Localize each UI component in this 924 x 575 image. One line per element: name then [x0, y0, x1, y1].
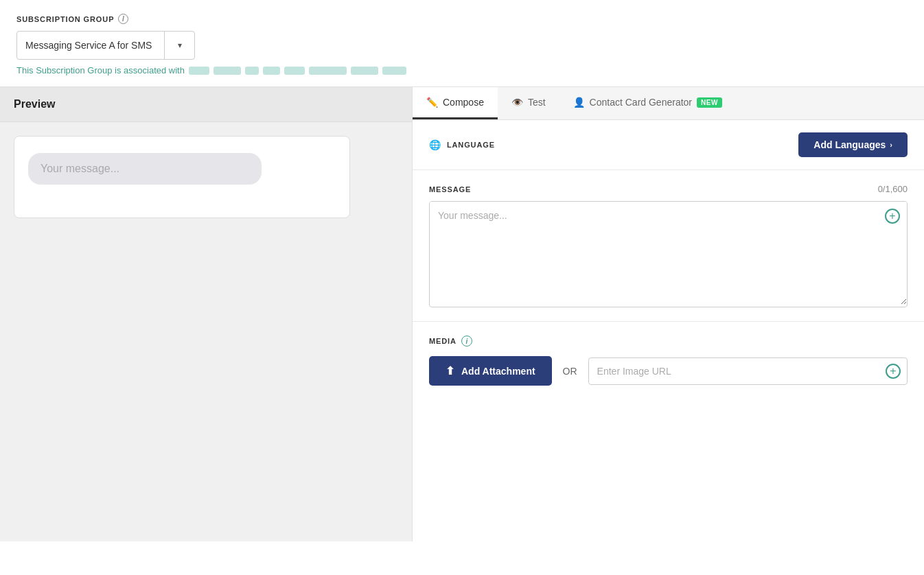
message-bubble-container: Your message... — [14, 136, 350, 218]
message-textarea-wrapper: + — [429, 201, 908, 307]
subscription-info-label: This Subscription Group is associated wi… — [16, 65, 185, 75]
media-section: MEDIA i ⬆ Add Attachment OR + — [413, 322, 924, 399]
redacted-5 — [284, 67, 305, 75]
test-tab-icon: 👁️ — [511, 97, 523, 108]
add-attachment-button[interactable]: ⬆ Add Attachment — [429, 356, 552, 386]
redacted-6 — [309, 67, 347, 75]
subscription-group-dropdown[interactable]: Messaging Service A for SMS ▾ — [16, 31, 195, 60]
compose-tab-label: Compose — [443, 97, 484, 108]
or-divider: OR — [563, 366, 577, 377]
subscription-group-text: SUBSCRIPTION GROUP — [16, 15, 114, 23]
preview-header: Preview — [0, 87, 412, 122]
message-section: MESSAGE 0/1,600 + — [413, 170, 924, 322]
media-row: ⬆ Add Attachment OR + — [429, 356, 908, 386]
test-tab-label: Test — [528, 97, 546, 108]
language-label-text: LANGUAGE — [447, 141, 495, 149]
redacted-8 — [382, 67, 406, 75]
add-attachment-label: Add Attachment — [461, 366, 535, 377]
add-languages-label: Add Languages — [813, 139, 886, 150]
main-layout: Preview Your message... ✏️ Compose 👁️ Te… — [0, 86, 924, 541]
preview-panel: Preview Your message... — [0, 87, 412, 541]
contact-card-tab-icon: 👤 — [573, 97, 585, 108]
subscription-group-info-icon[interactable]: i — [118, 14, 128, 24]
tab-test[interactable]: 👁️ Test — [498, 87, 559, 119]
upload-icon: ⬆ — [446, 364, 454, 377]
top-section: SUBSCRIPTION GROUP i Messaging Service A… — [0, 0, 924, 86]
tab-compose[interactable]: ✏️ Compose — [413, 87, 498, 119]
preview-body: Your message... — [0, 122, 412, 541]
dropdown-arrow-icon[interactable]: ▾ — [164, 32, 194, 59]
redacted-1 — [189, 67, 209, 75]
tabs-bar: ✏️ Compose 👁️ Test 👤 Contact Card Genera… — [413, 87, 924, 120]
contact-card-tab-label: Contact Card Generator — [590, 97, 692, 108]
compose-content: 🌐 LANGUAGE Add Languages › MESSAGE 0/1,6… — [413, 120, 924, 541]
message-header-row: MESSAGE 0/1,600 — [429, 184, 908, 194]
subscription-group-label: SUBSCRIPTION GROUP i — [16, 14, 908, 24]
preview-title: Preview — [14, 98, 55, 110]
media-info-icon[interactable]: i — [461, 336, 472, 347]
language-section: 🌐 LANGUAGE Add Languages › — [413, 120, 924, 170]
subscription-info-text: This Subscription Group is associated wi… — [16, 65, 908, 75]
media-label: MEDIA — [429, 337, 457, 345]
compose-tab-icon: ✏️ — [426, 97, 438, 108]
language-label: 🌐 LANGUAGE — [429, 139, 495, 150]
new-badge: NEW — [697, 97, 722, 108]
message-label: MESSAGE — [429, 185, 471, 193]
redacted-4 — [263, 67, 280, 75]
add-languages-button[interactable]: Add Languages › — [798, 132, 908, 157]
redacted-2 — [213, 67, 241, 75]
globe-icon: 🌐 — [429, 139, 441, 150]
media-label-row: MEDIA i — [429, 336, 908, 347]
image-url-wrapper: + — [588, 357, 908, 385]
tab-contact-card-generator[interactable]: 👤 Contact Card Generator NEW — [559, 87, 736, 119]
image-url-plus-icon[interactable]: + — [886, 364, 901, 379]
compose-panel: ✏️ Compose 👁️ Test 👤 Contact Card Genera… — [412, 87, 924, 541]
image-url-input[interactable] — [588, 357, 908, 385]
subscription-dropdown-value: Messaging Service A for SMS — [17, 40, 164, 51]
message-plus-icon[interactable]: + — [885, 209, 900, 224]
preview-message-bubble: Your message... — [28, 153, 262, 185]
redacted-7 — [351, 67, 378, 75]
message-textarea[interactable] — [430, 202, 907, 305]
message-counter: 0/1,600 — [878, 184, 908, 194]
preview-message-text: Your message... — [41, 163, 119, 174]
redacted-3 — [245, 67, 259, 75]
add-languages-chevron: › — [890, 141, 892, 149]
